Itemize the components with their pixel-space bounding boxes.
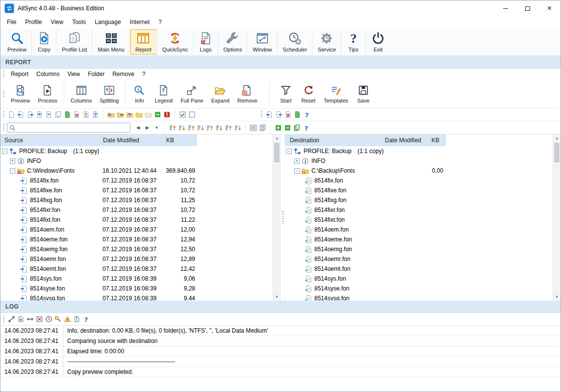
doc-pages-icon[interactable] (53, 110, 63, 119)
folder-arrow-right-icon[interactable] (106, 110, 116, 119)
destination-scrollbar[interactable]: ▲ ▼ (553, 134, 561, 300)
column-header-source[interactable]: Source (0, 134, 102, 146)
tree-row[interactable]: 8514oemt.fon (285, 264, 561, 274)
toolbar-button-profile-list[interactable]: Profile List (56, 29, 92, 54)
tree-row[interactable]: 8514fix.fon 07.12.2019 16:08:37 10,72 (0, 176, 280, 185)
report-button-preview[interactable]: Preview (7, 81, 34, 106)
scroll-down-arrow[interactable]: ▼ (553, 293, 561, 300)
doc-question-icon[interactable]: ? (91, 110, 100, 119)
toolbar-grip[interactable] (3, 315, 4, 323)
doc-green-icon[interactable] (63, 110, 72, 119)
column-header-kb[interactable]: KB (431, 134, 446, 146)
tree-row[interactable]: 8514fixe.fon 07.12.2019 16:08:37 10,72 (0, 185, 280, 195)
log-export-icon[interactable] (16, 314, 26, 324)
report-button-info[interactable]: i Info (128, 81, 151, 106)
column-header-date-modified[interactable]: Date Modified (102, 134, 166, 146)
expander[interactable]: - (294, 168, 300, 174)
tree-row[interactable]: 8514syse.fon 07.12.2019 16:08:39 9,28 (0, 284, 280, 293)
minimize-button[interactable] (494, 0, 516, 16)
tree-row[interactable]: 8514sys.fon 07.12.2019 16:08:39 9,06 (0, 274, 280, 284)
report-button-reset[interactable]: Reset (297, 81, 320, 106)
pane-splitter[interactable] (280, 134, 285, 300)
toolbar-button-scheduler[interactable]: Scheduler (278, 29, 313, 54)
checkbox-checked-icon[interactable] (178, 110, 187, 119)
find-next-button[interactable]: ▶ (143, 123, 152, 132)
menu-help[interactable]: ? (154, 16, 166, 28)
toolbar-button-copy[interactable]: Copy (32, 29, 56, 54)
log-clear-icon[interactable] (35, 314, 44, 324)
menu-language[interactable]: Language (90, 16, 125, 28)
question-icon[interactable]: ? (302, 110, 311, 119)
doc-arrow-right-icon[interactable] (16, 110, 26, 119)
scroll-thumb[interactable] (554, 143, 560, 162)
search-options-dropdown[interactable]: ▾ (152, 123, 161, 132)
splitter-grip[interactable] (282, 211, 283, 224)
toolbar-grip[interactable] (3, 90, 4, 98)
expander[interactable]: - (2, 149, 7, 154)
toolbar-grip[interactable] (3, 111, 4, 119)
tree-row[interactable]: 8514oemg.fon 07.12.2019 16:08:37 12,50 (0, 244, 280, 254)
expander[interactable]: - (10, 168, 15, 174)
tree-row[interactable]: 8514fixt.fon (285, 215, 561, 225)
maximize-button[interactable] (516, 0, 538, 16)
doc-green-icon[interactable] (293, 110, 302, 119)
report-button-expand[interactable]: Expand (207, 81, 233, 106)
tree-row[interactable]: 8514sysg.fon (285, 293, 561, 300)
menu-file[interactable]: File (2, 16, 21, 28)
source-scrollbar[interactable]: ▲ ▼ (273, 134, 280, 300)
doc-asterisk-gray-icon[interactable]: * (44, 110, 53, 119)
log-fit-icon[interactable] (26, 314, 35, 324)
report-button-legend[interactable]: ? Legend (151, 81, 177, 106)
report-button-save[interactable]: Save (352, 81, 375, 106)
toolbar-button-quicksync[interactable]: QuickSync (157, 29, 194, 54)
log-note-icon[interactable]: ! (72, 314, 81, 324)
scroll-down-arrow[interactable]: ▼ (273, 293, 280, 300)
doc-arrow-left-icon[interactable] (26, 110, 35, 119)
details-icon[interactable] (249, 123, 258, 132)
tree-row[interactable]: 8514sysg.fon 07.12.2019 16:08:39 9,44 (0, 293, 280, 300)
tree-row[interactable]: 8514sys.fon (285, 274, 561, 284)
tree-row[interactable]: + i INFO (0, 156, 280, 166)
report-menu-view[interactable]: View (63, 69, 84, 80)
menu-view[interactable]: View (46, 16, 68, 28)
sort-date-down-icon[interactable] (214, 123, 224, 132)
folder-asterisk-icon[interactable]: * (125, 110, 134, 119)
tree-row[interactable]: 8514fix.fon (285, 176, 561, 185)
folder-exclaim-icon[interactable]: ! (162, 110, 172, 119)
tree-row[interactable]: 8514syse.fon (285, 284, 561, 293)
column-header-destination[interactable]: Destination (285, 134, 384, 146)
toolbar-button-exit[interactable]: Exit (366, 29, 390, 54)
toolbar-grip[interactable] (261, 111, 262, 119)
report-button-process[interactable]: Process (34, 81, 61, 106)
help-icon[interactable]: ? (302, 123, 311, 132)
doc-asterisk-icon[interactable]: * (35, 110, 44, 119)
sort-size-down-icon[interactable] (196, 123, 205, 132)
doc-arrow-left-icon[interactable] (274, 110, 283, 119)
report-menu-remove[interactable]: Remove (108, 69, 138, 80)
tree-row[interactable]: 8514fixt.fon 07.12.2019 16:08:37 11,22 (0, 215, 280, 225)
log-key-icon[interactable] (53, 314, 63, 324)
toolbar-grip[interactable] (3, 71, 4, 78)
tree-row[interactable]: 8514fixe.fon (285, 185, 561, 195)
toolbar-button-logs[interactable]: Logs (194, 29, 218, 54)
sort-az-down-icon[interactable] (177, 123, 186, 132)
toolbar-grip[interactable] (3, 124, 4, 131)
copy-rows-icon[interactable] (258, 123, 267, 132)
report-menu-report[interactable]: Report (7, 69, 32, 80)
sort-ext-down-icon[interactable] (233, 123, 242, 132)
sort-date-up-icon[interactable] (205, 123, 214, 132)
tree-row[interactable]: 8514oeme.fon 07.12.2019 16:08:37 12,94 (0, 235, 280, 244)
folder-pale-icon[interactable] (144, 110, 153, 119)
menu-profile[interactable]: Profile (21, 16, 46, 28)
tree-row[interactable]: + i INFO (285, 156, 561, 166)
collapse-all-icon[interactable] (283, 123, 292, 132)
column-header-kb[interactable]: KB (166, 134, 197, 146)
toolbar-button-tips[interactable]: ? Tips (341, 29, 366, 54)
doc-red-x-icon[interactable]: x (283, 110, 293, 119)
report-menu-columns[interactable]: Columns (32, 69, 63, 80)
expander[interactable]: + (294, 158, 300, 164)
menu-internet[interactable]: Internet (126, 16, 154, 28)
sort-ext-up-icon[interactable] (224, 123, 233, 132)
tree-row[interactable]: 8514oemr.fon 07.12.2019 16:08:37 12,89 (0, 254, 280, 264)
tree-row[interactable]: 8514fixg.fon (285, 195, 561, 205)
